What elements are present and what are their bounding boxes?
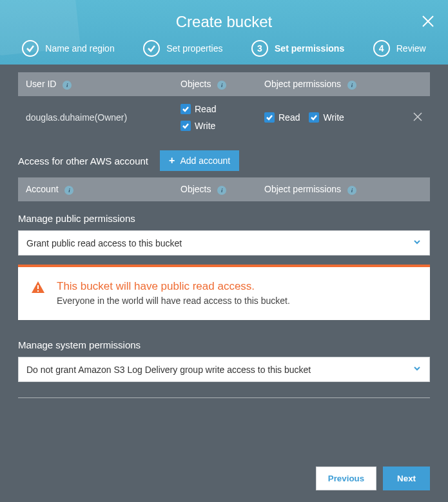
checkbox-label: Write (195, 121, 215, 131)
add-account-label: Add account (180, 156, 230, 166)
step-label: Name and region (45, 43, 114, 54)
step-number: 3 (251, 40, 268, 57)
user-row: douglas.duhaime(Owner) Read Write Read (18, 96, 430, 139)
col-user-id: User ID i (26, 79, 180, 90)
public-permissions-heading: Manage public permissions (18, 213, 430, 224)
col-label: Account (26, 184, 59, 194)
permissions-write-checkbox[interactable]: Write (309, 112, 344, 123)
step-label: Set properties (166, 43, 222, 54)
chevron-down-icon (413, 237, 422, 248)
accounts-table-header: Account i Objects i Object permissions i (18, 177, 430, 201)
checkbox-label: Read (278, 112, 300, 123)
step-check-icon (143, 40, 160, 57)
col-label: Object permissions (264, 79, 341, 89)
previous-button[interactable]: Previous (316, 467, 376, 490)
svg-rect-5 (37, 290, 39, 292)
col-object-permissions: Object permissions i (264, 184, 422, 195)
info-icon[interactable]: i (64, 186, 73, 195)
next-button[interactable]: Next (383, 467, 430, 490)
wizard-steps: Name and region Set properties 3 Set per… (0, 40, 448, 65)
user-id-cell: douglas.duhaime(Owner) (26, 112, 180, 123)
col-label: Object permissions (264, 184, 341, 194)
checkbox-checked-icon (264, 112, 275, 123)
step-name-region[interactable]: Name and region (22, 40, 114, 57)
warning-subtitle: Everyone in the world will have read acc… (57, 296, 290, 306)
info-icon[interactable]: i (63, 81, 72, 90)
svg-rect-4 (37, 285, 39, 289)
col-label: Objects (180, 184, 211, 194)
permissions-read-checkbox[interactable]: Read (264, 112, 300, 123)
step-set-properties[interactable]: Set properties (143, 40, 222, 57)
chevron-down-icon (413, 364, 422, 375)
system-permissions-heading: Manage system permissions (18, 339, 430, 350)
close-button[interactable] (421, 14, 435, 30)
select-value: Do not grant Amazon S3 Log Delivery grou… (26, 365, 311, 375)
checkbox-label: Write (323, 112, 344, 123)
step-review[interactable]: 4 Review (373, 40, 426, 57)
close-icon (421, 14, 435, 28)
info-icon[interactable]: i (217, 186, 226, 195)
modal-title: Create bucket (0, 0, 448, 40)
step-number: 4 (373, 40, 390, 57)
step-label: Review (396, 43, 426, 54)
divider (18, 397, 430, 398)
col-label: Objects (180, 79, 211, 89)
step-set-permissions[interactable]: 3 Set permissions (251, 40, 344, 57)
objects-write-checkbox[interactable]: Write (180, 121, 264, 131)
checkbox-checked-icon (180, 121, 191, 131)
info-icon[interactable]: i (217, 81, 226, 90)
close-icon (413, 112, 422, 121)
modal-header: Create bucket Name and region Set proper… (0, 0, 448, 65)
col-label: User ID (26, 79, 56, 89)
step-label: Set permissions (275, 43, 344, 54)
select-value: Grant public read access to this bucket (26, 238, 182, 248)
remove-user-button[interactable] (413, 112, 422, 123)
step-check-icon (22, 40, 39, 57)
other-account-section: Access for other AWS account + Add accou… (18, 150, 430, 171)
col-account: Account i (26, 184, 180, 195)
modal-body: Manage users User ID i Objects i Object … (0, 65, 448, 502)
public-permissions-select[interactable]: Grant public read access to this bucket (18, 230, 430, 256)
warning-icon (31, 280, 45, 294)
col-objects: Objects i (180, 184, 264, 195)
add-account-button[interactable]: + Add account (160, 150, 239, 171)
checkbox-label: Read (195, 104, 216, 114)
create-bucket-modal: Create bucket Name and region Set proper… (0, 0, 448, 502)
col-objects: Objects i (180, 79, 264, 90)
public-access-warning: This bucket will have public read access… (18, 265, 430, 320)
checkbox-checked-icon (180, 104, 191, 114)
checkbox-checked-icon (309, 112, 319, 123)
users-table-header: User ID i Objects i Object permissions i (18, 72, 430, 96)
objects-read-checkbox[interactable]: Read (180, 104, 264, 114)
warning-title: This bucket will have public read access… (57, 280, 290, 293)
col-object-permissions: Object permissions i (264, 79, 422, 90)
info-icon[interactable]: i (347, 186, 356, 195)
manage-users-heading: Manage users (18, 65, 430, 66)
modal-footer: Previous Next (0, 456, 448, 502)
info-icon[interactable]: i (347, 81, 356, 90)
plus-icon: + (169, 156, 175, 166)
system-permissions-select[interactable]: Do not grant Amazon S3 Log Delivery grou… (18, 357, 430, 382)
other-account-label: Access for other AWS account (18, 156, 148, 166)
